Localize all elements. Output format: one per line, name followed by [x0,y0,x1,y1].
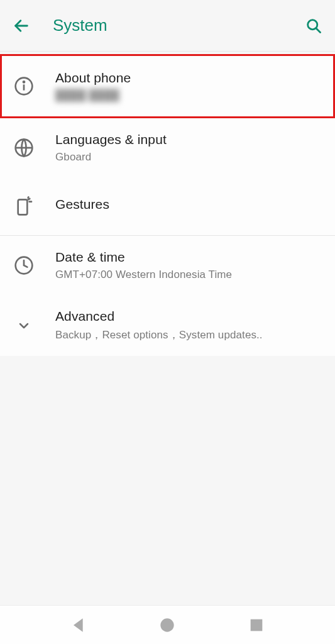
item-title: Languages & input [55,132,321,147]
svg-line-2 [316,28,321,32]
svg-rect-8 [18,199,28,214]
nav-back-icon[interactable] [69,615,89,635]
gestures-icon [14,196,34,216]
about-phone-item[interactable]: About phone ████ ████ [0,54,335,118]
item-title: Date & time [55,250,321,265]
svg-marker-10 [74,618,83,631]
info-icon [14,76,34,96]
item-subtitle: GMT+07:00 Western Indonesia Time [55,269,321,281]
gestures-item[interactable]: Gestures [0,177,335,235]
item-title: About phone [55,70,321,86]
date-time-item[interactable]: Date & time GMT+07:00 Western Indonesia … [0,236,335,295]
nav-home-icon[interactable] [157,615,177,635]
svg-point-11 [161,618,174,631]
advanced-item[interactable]: Advanced Backup，Reset options，System upd… [0,295,335,356]
chevron-down-icon [16,318,31,333]
page-title: System [53,16,305,35]
clock-icon [14,255,34,275]
back-arrow-icon[interactable] [13,17,30,35]
svg-rect-12 [251,619,263,631]
item-subtitle: Backup，Reset options，System updates.. [55,328,321,342]
nav-recent-icon[interactable] [246,615,266,635]
item-subtitle: ████ ████ [55,89,321,102]
item-title: Gestures [55,197,321,212]
app-header: System [0,0,335,52]
search-icon[interactable] [305,17,322,35]
settings-list: About phone ████ ████ Languages & input … [0,54,335,356]
globe-icon [14,138,34,158]
languages-input-item[interactable]: Languages & input Gboard [0,118,335,177]
item-title: Advanced [55,309,321,324]
nav-bar [0,605,335,644]
item-subtitle: Gboard [55,151,321,164]
svg-point-5 [23,81,25,82]
